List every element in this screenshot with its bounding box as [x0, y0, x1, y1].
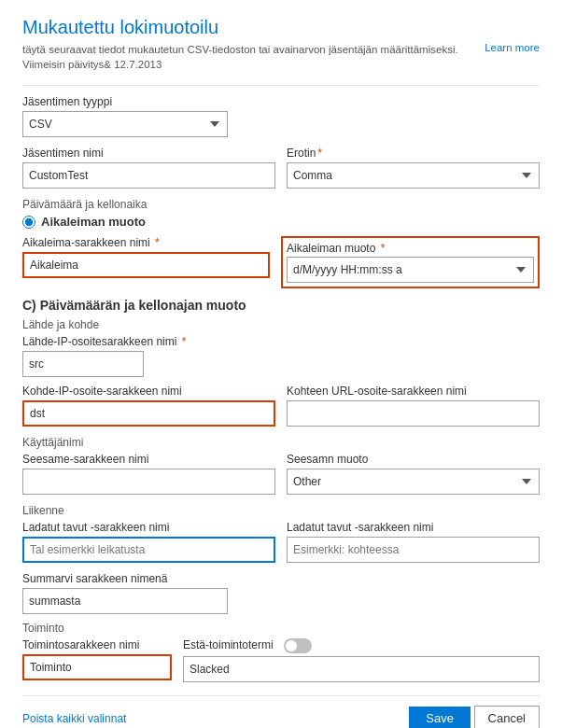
summary-input[interactable] [22, 588, 228, 614]
datetime-radio-label: Aikaleiman muoto [41, 215, 146, 229]
sesame-format-group: Seesamn muoto Other UPN SAMAccountName E… [287, 453, 540, 495]
timestamp-col-label: Aikaleima-sarakkeen nimi * [22, 236, 270, 249]
sesame-format-label: Seesamn muoto [287, 453, 540, 466]
timestamp-format-group: Aikaleiman muoto * d/M/yyyy HH:mm:ss a M… [281, 236, 540, 288]
cancel-button[interactable]: Cancel [474, 706, 540, 728]
bytes-in-label: Ladatut tavut -sarakkeen nimi [22, 521, 275, 534]
divider-1 [22, 85, 540, 86]
toggle-circle[interactable] [284, 638, 312, 653]
user-section-label: Käyttäjänimi [22, 436, 540, 449]
bytes-out-input[interactable] [287, 537, 540, 563]
bytes-out-label: Ladatut tavut -sarakkeen nimi [287, 521, 540, 534]
clear-all-button[interactable]: Poista kaikki valinnat [22, 712, 126, 725]
action-section-label: Toiminto [22, 622, 540, 635]
page-title: Mukautettu lokimuotoilu [22, 17, 540, 38]
action-row: Toimintosarakkeen nimi Estä-toimintoterm… [22, 638, 540, 682]
membertype-label: Jäsentimen tyyppi [22, 95, 228, 108]
membername-label: Jäsentimen nimi [22, 147, 275, 160]
membername-group: Jäsentimen nimi CustomTest [22, 147, 275, 189]
user-row: Seesame-sarakkeen nimi Seesamn muoto Oth… [22, 453, 540, 495]
block-label: Estä-toimintotermi [183, 638, 540, 653]
block-group: Estä-toimintotermi [183, 638, 540, 682]
membertype-group: Jäsentimen tyyppi CSV [22, 95, 228, 137]
dst-col-input[interactable] [22, 400, 275, 427]
datetime-section-label: Päivämäärä ja kellonaika [22, 198, 540, 211]
dst-col-group: Kohde-IP-osoite-sarakkeen nimi [22, 385, 275, 427]
source-dest-label: Lähde ja kohde [22, 318, 540, 331]
bytes-row: Ladatut tavut -sarakkeen nimi Ladatut ta… [22, 521, 540, 563]
membername-separator-row: Jäsentimen nimi CustomTest Erotin* Comma [22, 147, 540, 189]
timestamp-row: Aikaleima-sarakkeen nimi * Aikaleiman mu… [22, 236, 540, 288]
traffic-section-label: Liikenne [22, 504, 540, 517]
subtitle-row: täytä seuraavat tiedot mukautetun CSV-ti… [22, 42, 540, 72]
dst-url-label: Kohteen URL-osoite-sarakkeen nimi [287, 385, 540, 398]
src-col-group: Lähde-IP-osoitesarakkeen nimi * [22, 335, 540, 377]
action-col-label: Toimintosarakkeen nimi [22, 638, 172, 651]
sesame-col-group: Seesame-sarakkeen nimi [22, 453, 275, 495]
action-col-input[interactable] [22, 654, 172, 680]
timestamp-format-label: Aikaleiman muoto * [287, 242, 534, 255]
dst-url-input[interactable] [287, 400, 540, 427]
dst-url-group: Kohteen URL-osoite-sarakkeen nimi [287, 385, 540, 427]
save-button[interactable]: Save [409, 707, 471, 728]
bytes-out-group: Ladatut tavut -sarakkeen nimi [287, 521, 540, 563]
footer-row: Poista kaikki valinnat Save Cancel [22, 695, 540, 728]
membertype-select[interactable]: CSV [22, 111, 228, 137]
learn-more-link[interactable]: Learn more [485, 42, 540, 53]
sesame-col-label: Seesame-sarakkeen nimi [22, 453, 275, 466]
membername-input[interactable]: CustomTest [22, 162, 275, 189]
dst-row: Kohde-IP-osoite-sarakkeen nimi Kohteen U… [22, 385, 540, 427]
separator-group: Erotin* Comma [287, 147, 540, 189]
bytes-in-input[interactable] [22, 537, 275, 563]
timestamp-format-select[interactable]: d/M/yyyy HH:mm:ss a MM/dd/yyyy HH:mm:ss … [287, 257, 534, 283]
separator-select[interactable]: Comma [287, 162, 540, 189]
page-container: Mukautettu lokimuotoilu täytä seuraavat … [0, 0, 562, 728]
subtitle-text: täytä seuraavat tiedot mukautetun CSV-ti… [22, 42, 475, 72]
datetime-c-heading: C) Päivämäärän ja kellonajan muoto [22, 298, 540, 313]
src-col-label: Lähde-IP-osoitesarakkeen nimi * [22, 335, 540, 348]
action-col-group: Toimintosarakkeen nimi [22, 638, 172, 682]
bytes-in-group: Ladatut tavut -sarakkeen nimi [22, 521, 275, 563]
timestamp-col-group: Aikaleima-sarakkeen nimi * [22, 236, 270, 288]
block-input[interactable] [183, 656, 540, 682]
sesame-col-input[interactable] [22, 469, 275, 495]
timestamp-col-input[interactable] [22, 252, 270, 278]
summary-group: Summarvi sarakkeen nimenä [22, 572, 228, 614]
footer-buttons: Save Cancel [401, 706, 540, 728]
separator-label: Erotin* [287, 147, 540, 160]
datetime-radio-group: Aikaleiman muoto [22, 215, 540, 229]
dst-col-label: Kohde-IP-osoite-sarakkeen nimi [22, 385, 275, 398]
datetime-radio[interactable] [22, 216, 35, 229]
src-col-input[interactable] [22, 351, 144, 377]
sesame-format-select[interactable]: Other UPN SAMAccountName Email [287, 469, 540, 495]
summary-label: Summarvi sarakkeen nimenä [22, 572, 228, 585]
